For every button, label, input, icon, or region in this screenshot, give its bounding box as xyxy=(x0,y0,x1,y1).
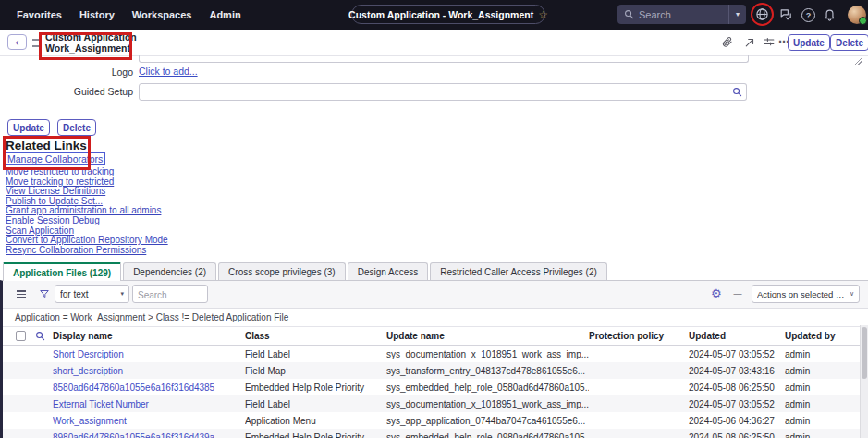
global-search: ▾ xyxy=(617,5,746,24)
cell-display-name[interactable]: 8980ad6d47860a1055e6a16f316d439a xyxy=(53,432,245,438)
filter-funnel-icon[interactable] xyxy=(39,288,50,299)
globe-icon[interactable] xyxy=(755,7,769,21)
cell-display-name[interactable]: 8580ad6d47860a1055e6a16f316d4385 xyxy=(53,383,245,393)
list-filter-breadcrumb[interactable]: Application = Work_Assignment > Class !=… xyxy=(3,309,868,327)
col-display-name[interactable]: Display name xyxy=(53,331,245,341)
lookup-search-icon xyxy=(732,87,742,97)
header-delete-button[interactable]: Delete xyxy=(830,34,868,51)
cell-class: Embedded Help Role Priority xyxy=(245,383,386,393)
guided-setup-lookup-button[interactable] xyxy=(727,83,747,101)
form-context-menu-icon[interactable] xyxy=(32,39,41,49)
cell-updated: 2024-05-08 06:25:50 xyxy=(689,432,785,438)
cell-class: Embedded Help Role Priority xyxy=(245,432,386,438)
list-tabs: Application Files (129) Dependencies (2)… xyxy=(3,262,609,280)
cell-class: Application Menu xyxy=(245,416,386,426)
cell-update-name: sys_documentation_x_1018951_work_ass_imp… xyxy=(386,399,589,409)
back-button[interactable]: ‹ xyxy=(7,34,27,50)
tab-design-access[interactable]: Design Access xyxy=(348,262,429,280)
search-scope-caret-icon[interactable]: ▾ xyxy=(728,5,746,24)
table-row: External Ticket Number Field Label sys_d… xyxy=(3,395,868,412)
menu-admin[interactable]: Admin xyxy=(209,9,240,20)
search-type-select[interactable]: for text ▾ xyxy=(55,285,129,303)
select-all-checkbox[interactable] xyxy=(16,331,26,341)
col-class[interactable]: Class xyxy=(245,331,386,341)
col-update-name[interactable]: Update name xyxy=(386,331,589,341)
favorite-star-icon[interactable]: ☆ xyxy=(538,9,548,20)
cell-updated-by: admin xyxy=(785,366,868,376)
col-updated-by[interactable]: Updated by xyxy=(785,331,868,341)
related-link-resync-collaboration[interactable]: Resync Collaboration Permissions xyxy=(6,245,146,255)
tab-cross-scope-privileges[interactable]: Cross scope privileges (3) xyxy=(218,262,346,280)
guided-setup-input[interactable] xyxy=(140,86,727,102)
cell-updated: 2024-05-06 04:36:27 xyxy=(689,416,785,426)
actions-on-rows-value: Actions on selected rows... xyxy=(757,289,846,299)
help-icon[interactable]: ? xyxy=(801,8,815,22)
table-row: Work_assignment Application Menu sys_app… xyxy=(3,412,868,429)
cell-display-name[interactable]: External Ticket Number xyxy=(53,399,245,409)
global-search-input[interactable] xyxy=(634,9,728,20)
col-updated[interactable]: Updated xyxy=(689,331,785,341)
cell-class: Field Map xyxy=(245,366,386,376)
help-question-glyph: ? xyxy=(801,8,815,22)
cell-updated-by: admin xyxy=(785,399,868,409)
header-update-button[interactable]: Update xyxy=(788,34,830,51)
partially-visible-field[interactable] xyxy=(139,55,749,63)
menu-favorites[interactable]: Favorites xyxy=(17,9,62,20)
connect-chat-icon[interactable] xyxy=(779,7,793,21)
form-delete-button[interactable]: Delete xyxy=(57,119,96,136)
cell-display-name[interactable]: Work_assignment xyxy=(53,416,245,426)
cell-update-name: sys_app_application_0744ba7047ca461055e6… xyxy=(386,416,589,426)
resize-grip-icon xyxy=(855,57,862,65)
form-settings-sliders-icon[interactable] xyxy=(763,36,776,48)
table-row: Short Desrciption Field Label sys_docume… xyxy=(3,346,868,362)
related-links-heading: Related Links xyxy=(6,139,87,152)
list-search-field xyxy=(132,285,208,303)
list-search-input[interactable] xyxy=(133,287,207,304)
logo-click-to-add-link[interactable]: Click to add... xyxy=(139,66,198,77)
table-row: 8580ad6d47860a1055e6a16f316d4385 Embedde… xyxy=(3,379,868,395)
cell-updated-by: admin xyxy=(785,416,868,426)
context-pill[interactable]: Custom Application - Work_Assignment ☆ xyxy=(351,5,545,24)
top-nav-bar: Favorites History Workspaces Admin Custo… xyxy=(0,0,868,30)
list-toolbar: for text ▾ ⚙ — Actions on selected rows.… xyxy=(3,281,868,309)
record-title-line1: Custom Application xyxy=(45,32,137,43)
cell-display-name[interactable]: Short Desrciption xyxy=(53,349,245,359)
menu-history[interactable]: History xyxy=(79,9,115,20)
app-window: Favorites History Workspaces Admin Custo… xyxy=(0,0,868,438)
select-chevron-icon: ∨ xyxy=(850,290,854,298)
tab-dependencies[interactable]: Dependencies (2) xyxy=(123,262,216,280)
tab-application-files[interactable]: Application Files (129) xyxy=(3,262,121,281)
user-avatar[interactable] xyxy=(848,6,866,24)
logo-field-label: Logo xyxy=(0,67,133,78)
cell-update-name: sys_embedded_help_role_0980ad6d47860a105… xyxy=(386,432,589,438)
menu-workspaces[interactable]: Workspaces xyxy=(132,9,192,20)
cell-class: Field Label xyxy=(245,399,386,409)
list-scrollbar-thumb[interactable] xyxy=(862,327,867,379)
table-row: 8980ad6d47860a1055e6a16f316d439a Embedde… xyxy=(3,429,868,438)
guided-setup-field-label: Guided Setup xyxy=(0,86,133,97)
list-settings-gear-icon[interactable]: ⚙ xyxy=(711,285,722,303)
notifications-bell-icon[interactable] xyxy=(823,7,837,21)
cursor-arrow-icon[interactable] xyxy=(743,36,755,48)
list-scrollbar[interactable] xyxy=(860,325,868,438)
context-pill-label: Custom Application - Work_Assignment xyxy=(348,9,533,20)
list-menu-icon[interactable] xyxy=(17,290,26,300)
cell-class: Field Label xyxy=(245,349,386,359)
col-protection-policy[interactable]: Protection policy xyxy=(589,331,689,341)
select-caret-icon: ▾ xyxy=(120,290,124,298)
cell-display-name[interactable]: short_desrciption xyxy=(53,366,245,376)
attachment-paperclip-icon[interactable] xyxy=(721,36,733,48)
collapse-minus-icon[interactable]: — xyxy=(733,285,742,303)
search-type-value: for text xyxy=(60,289,89,299)
cell-updated-by: admin xyxy=(785,349,868,359)
cell-updated-by: admin xyxy=(785,432,868,438)
guided-setup-field xyxy=(139,83,728,101)
tab-restricted-caller-access[interactable]: Restricted Caller Access Privileges (2) xyxy=(430,262,607,280)
manage-collaborators-link[interactable]: Manage Collaborators xyxy=(6,153,104,164)
search-icon xyxy=(624,9,634,19)
column-search-icon[interactable] xyxy=(35,331,45,341)
main-menu: Favorites History Workspaces Admin xyxy=(17,0,259,30)
presence-dot xyxy=(859,17,867,25)
form-update-button[interactable]: Update xyxy=(7,119,50,136)
actions-on-rows-select[interactable]: Actions on selected rows... ∨ xyxy=(752,285,860,303)
